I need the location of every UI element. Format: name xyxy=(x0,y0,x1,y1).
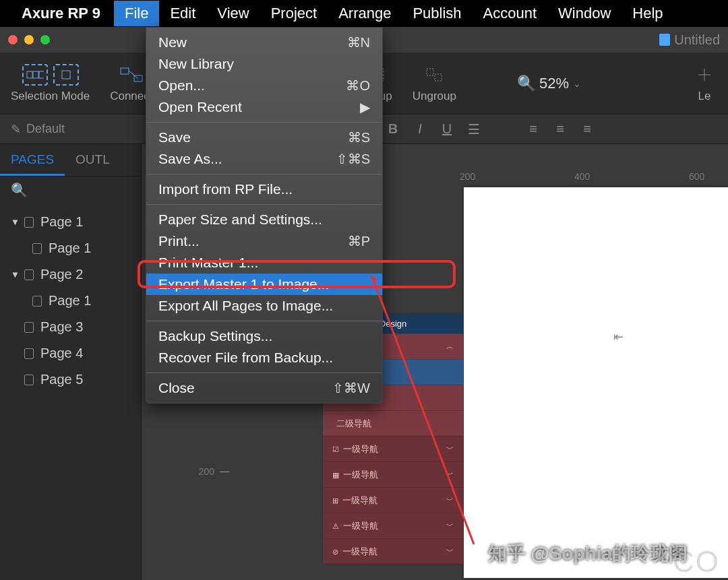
nav-item-label: 一级导航 xyxy=(343,470,378,480)
mockup-nav-item[interactable]: ⊞一级导航﹀ xyxy=(323,487,463,513)
mockup-nav-item[interactable]: 二级导航 xyxy=(323,410,463,436)
svg-rect-4 xyxy=(121,68,129,74)
menu-item-export-master-1-to-image[interactable]: Export Master 1 to Image... xyxy=(146,273,382,295)
menu-window[interactable]: Window xyxy=(547,1,621,26)
ungroup-label: Ungroup xyxy=(413,90,456,103)
tab-pages[interactable]: PAGES xyxy=(0,144,65,176)
menu-item-label: Open... xyxy=(158,77,205,94)
style-picker[interactable]: ✎ Default xyxy=(11,122,65,137)
mockup-nav-item[interactable]: ⚠一级导航﹀ xyxy=(323,513,463,538)
nav-item-icon: ⚠ xyxy=(332,522,339,530)
page-tree-item[interactable]: Page 4 xyxy=(0,340,141,366)
zoom-control[interactable]: 🔍 52% ⌄ xyxy=(517,75,581,92)
right-tool-icon xyxy=(692,64,717,86)
mockup-nav-item[interactable]: ⊘一级导航﹀ xyxy=(323,538,463,564)
menu-item-print-master-1[interactable]: Print Master 1... xyxy=(146,252,382,273)
nav-item-label: 一级导航 xyxy=(342,546,377,556)
menu-item-new[interactable]: New⌘N xyxy=(146,32,382,53)
menu-project[interactable]: Project xyxy=(260,1,328,26)
bold-button[interactable]: B xyxy=(384,121,402,137)
menu-account[interactable]: Account xyxy=(473,1,548,26)
right-tool[interactable]: Le xyxy=(692,64,717,103)
ungroup-tool[interactable]: Ungroup xyxy=(413,64,456,103)
align-right-button[interactable]: ≡ xyxy=(578,121,597,137)
menu-item-new-library[interactable]: New Library xyxy=(146,53,382,75)
ruler-tick: 400 xyxy=(574,171,590,182)
menu-item-open-recent[interactable]: Open Recent▶ xyxy=(146,96,382,118)
mockup-nav-item[interactable]: ▦一级导航﹀ xyxy=(323,461,463,487)
align-center-button[interactable]: ≡ xyxy=(551,121,570,137)
svg-rect-12 xyxy=(435,74,442,81)
bullets-button[interactable]: ☰ xyxy=(464,121,483,137)
menu-item-save-as[interactable]: Save As...⇧⌘S xyxy=(146,148,382,170)
page-icon xyxy=(24,348,34,359)
svg-rect-2 xyxy=(39,71,44,78)
menu-view[interactable]: View xyxy=(206,1,260,26)
align-left-button[interactable]: ≡ xyxy=(524,121,543,137)
page-label: Page 3 xyxy=(40,319,83,335)
page-icon xyxy=(32,243,42,254)
menu-item-label: Save As... xyxy=(158,151,222,167)
menu-item-label: Print... xyxy=(158,233,200,249)
selection-mode-tool[interactable]: Selection Mode xyxy=(11,64,90,103)
sidebar-search[interactable]: 🔍 xyxy=(0,176,141,203)
watermark-text: 知乎 @Sophia的玲珑阁 xyxy=(488,541,688,567)
menu-item-shortcut: ⌘P xyxy=(348,233,370,249)
minimize-window-button[interactable] xyxy=(24,35,34,44)
traffic-lights xyxy=(8,35,50,44)
menu-item-shortcut: ⇧⌘W xyxy=(332,380,370,396)
svg-rect-0 xyxy=(27,71,32,78)
selection-contained-icon[interactable] xyxy=(22,64,48,86)
menu-publish[interactable]: Publish xyxy=(402,1,472,26)
canvas-page[interactable] xyxy=(464,187,728,578)
page-tree-item[interactable]: Page 3 xyxy=(0,314,141,340)
page-tree-item[interactable]: Page 1 xyxy=(0,235,141,261)
page-tree-item[interactable]: ▼Page 2 xyxy=(0,261,141,288)
menu-item-paper-size-and-settings[interactable]: Paper Size and Settings... xyxy=(146,209,382,230)
tree-caret-icon[interactable]: ▼ xyxy=(11,269,18,280)
menu-item-label: Close xyxy=(158,380,195,396)
menu-edit[interactable]: Edit xyxy=(159,1,206,26)
menu-item-label: Recover File from Backup... xyxy=(158,350,333,366)
menu-item-shortcut: ▶ xyxy=(360,99,370,115)
chevron-icon: ﹀ xyxy=(446,495,454,505)
maximize-window-button[interactable] xyxy=(40,35,50,44)
chevron-icon: ﹀ xyxy=(446,521,454,531)
menu-item-label: Open Recent xyxy=(158,99,242,115)
selection-intersect-icon[interactable] xyxy=(53,64,79,86)
page-tree-item[interactable]: Page 5 xyxy=(0,366,141,393)
align-buttons: ≡ ≡ ≡ xyxy=(524,121,597,137)
outdent-icon[interactable]: ⇤ xyxy=(613,329,624,344)
menu-item-recover-file-from-backup[interactable]: Recover File from Backup... xyxy=(146,347,382,368)
menu-item-close[interactable]: Close⇧⌘W xyxy=(146,377,382,399)
close-window-button[interactable] xyxy=(8,35,18,44)
page-label: Page 5 xyxy=(40,372,83,387)
page-label: Page 1 xyxy=(49,240,91,256)
page-tree: ▼Page 1Page 1▼Page 2Page 1Page 3Page 4Pa… xyxy=(0,203,141,398)
menu-item-label: New Library xyxy=(158,56,234,72)
italic-button[interactable]: I xyxy=(411,121,429,137)
nav-item-icon: ▦ xyxy=(332,471,339,479)
menu-arrange[interactable]: Arrange xyxy=(328,1,402,26)
mockup-nav-item[interactable]: ☑一级导航﹀ xyxy=(323,436,463,461)
menu-item-print[interactable]: Print...⌘P xyxy=(146,230,382,252)
tab-outline[interactable]: OUTL xyxy=(65,144,121,176)
left-sidebar: PAGES OUTL 🔍 ▼Page 1Page 1▼Page 2Page 1P… xyxy=(0,144,142,580)
menu-help[interactable]: Help xyxy=(621,1,673,26)
menu-item-import-from-rp-file[interactable]: Import from RP File... xyxy=(146,179,382,200)
document-name: Untitled xyxy=(659,32,720,48)
macos-menubar: Axure RP 9 File Edit View Project Arrang… xyxy=(0,0,728,27)
page-tree-item[interactable]: Page 1 xyxy=(0,288,141,314)
document-name-text: Untitled xyxy=(674,32,720,48)
tree-caret-icon[interactable]: ▼ xyxy=(11,217,18,227)
menu-item-label: Save xyxy=(158,129,191,146)
menu-item-backup-settings[interactable]: Backup Settings... xyxy=(146,325,382,347)
menu-item-save[interactable]: Save⌘S xyxy=(146,127,382,148)
underline-button[interactable]: U xyxy=(437,121,456,137)
app-name: Axure RP 9 xyxy=(22,5,100,22)
menu-file[interactable]: File xyxy=(114,1,159,26)
menu-item-open[interactable]: Open...⌘O xyxy=(146,75,382,96)
zoom-value: 52% xyxy=(539,75,569,92)
page-tree-item[interactable]: ▼Page 1 xyxy=(0,209,141,235)
menu-item-export-all-pages-to-image[interactable]: Export All Pages to Image... xyxy=(146,295,382,317)
